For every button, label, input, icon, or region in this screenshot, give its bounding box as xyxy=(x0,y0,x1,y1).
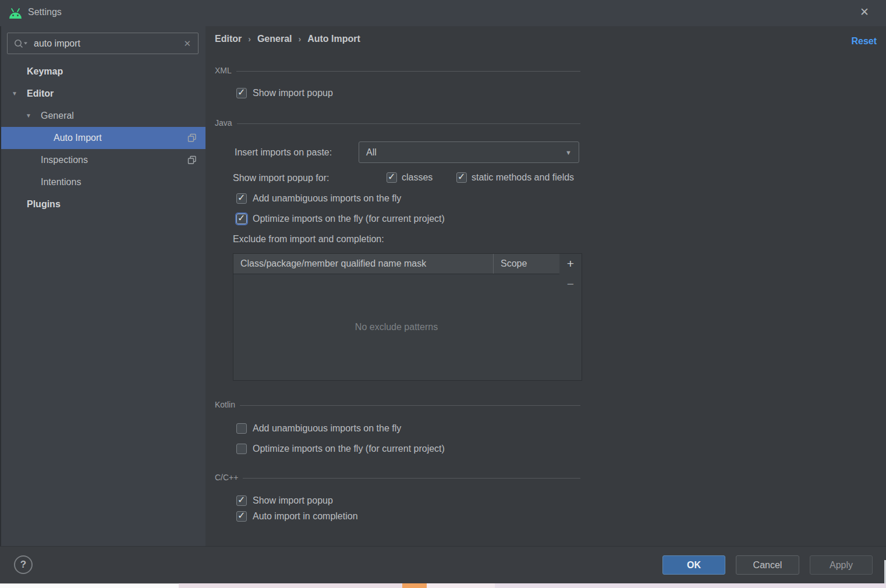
checkbox-label[interactable]: Add unambiguous imports on the fly xyxy=(253,193,401,204)
checkbox-label[interactable]: Optimize imports on the fly (for current… xyxy=(253,214,445,224)
check-icon: ✓ xyxy=(238,87,245,98)
checkbox-label[interactable]: classes xyxy=(402,172,433,183)
section-header-cpp: C/C++ xyxy=(215,473,580,482)
checkbox-label[interactable]: Optimize imports on the fly (for current… xyxy=(253,444,445,454)
help-button[interactable]: ? xyxy=(14,555,33,574)
breadcrumb-item-general[interactable]: General xyxy=(257,34,292,44)
strip-segment xyxy=(427,583,495,588)
checkbox-label[interactable]: static methods and fields xyxy=(472,172,574,183)
exclude-label: Exclude from import and completion: xyxy=(233,234,384,245)
settings-search-box[interactable]: ✕ xyxy=(7,33,199,54)
section-title: C/C++ xyxy=(215,473,238,482)
sidebar-item-general[interactable]: ▼ General xyxy=(0,105,205,127)
check-icon: ✓ xyxy=(238,212,245,224)
cpp-show-import-popup-row: ✓ Show import popup xyxy=(236,494,333,507)
classes-option: ✓ classes xyxy=(387,172,433,183)
breadcrumb: Editor › General › Auto Import xyxy=(215,34,360,44)
tree-item-label: Intentions xyxy=(41,177,81,187)
strip-segment xyxy=(495,583,886,588)
insert-imports-select[interactable]: All ▼ xyxy=(359,141,579,163)
xml-show-import-popup-checkbox[interactable]: ✓ xyxy=(236,88,247,98)
clear-search-icon[interactable]: ✕ xyxy=(182,38,192,49)
sidebar-item-keymap[interactable]: Keymap xyxy=(0,61,205,83)
checkbox-label[interactable]: Auto import in completion xyxy=(253,511,358,522)
checkbox-label[interactable]: Add unambiguous imports on the fly xyxy=(253,423,401,434)
background-window-strip xyxy=(0,583,886,588)
titlebar: Settings ✕ xyxy=(0,0,886,26)
sidebar-item-plugins[interactable]: Plugins xyxy=(0,193,205,215)
search-input[interactable] xyxy=(34,38,182,49)
classes-checkbox[interactable]: ✓ xyxy=(387,172,397,183)
tree-item-label: Editor xyxy=(27,88,54,99)
section-divider xyxy=(240,405,580,406)
dialog-footer: ? OK Cancel Apply xyxy=(0,546,886,583)
tree-item-label: General xyxy=(41,111,74,121)
kotlin-add-unambiguous-row: ✓ Add unambiguous imports on the fly xyxy=(236,422,401,435)
kotlin-add-unambiguous-checkbox[interactable]: ✓ xyxy=(236,423,247,434)
sidebar-item-auto-import[interactable]: Auto Import xyxy=(0,127,205,149)
java-optimize-imports-checkbox[interactable]: ✓ xyxy=(236,214,247,224)
section-divider xyxy=(236,71,580,72)
show-popup-for-label: Show import popup for: xyxy=(233,173,329,183)
java-optimize-imports-row: ✓ Optimize imports on the fly (for curre… xyxy=(236,212,445,225)
android-studio-icon xyxy=(8,6,23,20)
footer-buttons: OK Cancel Apply xyxy=(662,555,873,575)
reset-link[interactable]: Reset xyxy=(851,36,877,47)
chevron-right-icon: › xyxy=(298,34,301,44)
select-value: All xyxy=(366,147,565,158)
sidebar-item-editor[interactable]: ▼ Editor xyxy=(0,83,205,105)
java-add-unambiguous-row: ✓ Add unambiguous imports on the fly xyxy=(236,192,401,205)
checkbox-label[interactable]: Show import popup xyxy=(253,495,333,506)
close-icon[interactable]: ✕ xyxy=(857,5,872,20)
strip-segment-orange xyxy=(402,583,427,588)
remove-pattern-button[interactable]: − xyxy=(567,278,574,291)
breadcrumb-item-editor[interactable]: Editor xyxy=(215,34,242,44)
section-header-xml: XML xyxy=(215,66,580,75)
window-title: Settings xyxy=(28,7,62,17)
section-title: Kotlin xyxy=(215,400,235,409)
per-project-settings-icon xyxy=(187,133,197,143)
table-empty-text: No exclude patterns xyxy=(233,274,559,380)
check-icon: ✓ xyxy=(388,171,395,182)
search-icon[interactable] xyxy=(13,38,28,49)
cancel-button[interactable]: Cancel xyxy=(736,555,799,575)
strip-segment xyxy=(0,583,179,588)
cpp-auto-import-completion-checkbox[interactable]: ✓ xyxy=(236,511,247,522)
check-icon: ✓ xyxy=(238,494,245,505)
strip-segment xyxy=(179,583,402,588)
ok-button[interactable]: OK xyxy=(662,555,725,575)
breadcrumb-item-auto-import: Auto Import xyxy=(307,34,360,44)
chevron-down-icon[interactable]: ▼ xyxy=(565,149,572,156)
settings-content: Editor › General › Auto Import Reset XML… xyxy=(205,26,886,546)
kotlin-optimize-imports-checkbox[interactable]: ✓ xyxy=(236,444,247,454)
xml-show-import-popup-row: ✓ Show import popup xyxy=(236,87,333,100)
background-window-sliver xyxy=(0,26,1,546)
sidebar-item-intentions[interactable]: Intentions xyxy=(0,171,205,193)
section-divider xyxy=(237,123,580,124)
per-project-settings-icon xyxy=(187,155,197,165)
cpp-show-import-popup-checkbox[interactable]: ✓ xyxy=(236,495,247,506)
check-icon: ✓ xyxy=(238,192,245,203)
table-toolbar: + − xyxy=(559,253,582,381)
section-header-java: Java xyxy=(215,118,580,127)
section-title: Java xyxy=(215,118,232,127)
exclude-patterns-table: Class/package/member qualified name mask… xyxy=(233,253,560,381)
static-methods-checkbox[interactable]: ✓ xyxy=(456,172,467,183)
kotlin-optimize-imports-row: ✓ Optimize imports on the fly (for curre… xyxy=(236,442,445,455)
column-header-mask: Class/package/member qualified name mask xyxy=(233,254,493,274)
settings-tree: Keymap ▼ Editor ▼ General Auto Import In… xyxy=(0,61,205,215)
chevron-expanded-icon[interactable]: ▼ xyxy=(26,112,31,119)
apply-button[interactable]: Apply xyxy=(810,555,873,575)
checkbox-label[interactable]: Show import popup xyxy=(253,88,333,98)
sidebar-item-inspections[interactable]: Inspections xyxy=(0,149,205,171)
insert-imports-row: Insert imports on paste: All ▼ xyxy=(235,141,332,163)
check-icon: ✓ xyxy=(458,171,465,182)
chevron-right-icon: › xyxy=(248,34,251,44)
java-add-unambiguous-checkbox[interactable]: ✓ xyxy=(236,193,247,204)
settings-sidebar: ✕ Keymap ▼ Editor ▼ General Auto Import xyxy=(0,26,205,546)
table-header: Class/package/member qualified name mask… xyxy=(233,254,559,274)
chevron-expanded-icon[interactable]: ▼ xyxy=(12,90,17,97)
add-pattern-button[interactable]: + xyxy=(567,257,574,270)
cpp-auto-import-completion-row: ✓ Auto import in completion xyxy=(236,510,358,523)
tree-item-label: Inspections xyxy=(41,155,88,165)
